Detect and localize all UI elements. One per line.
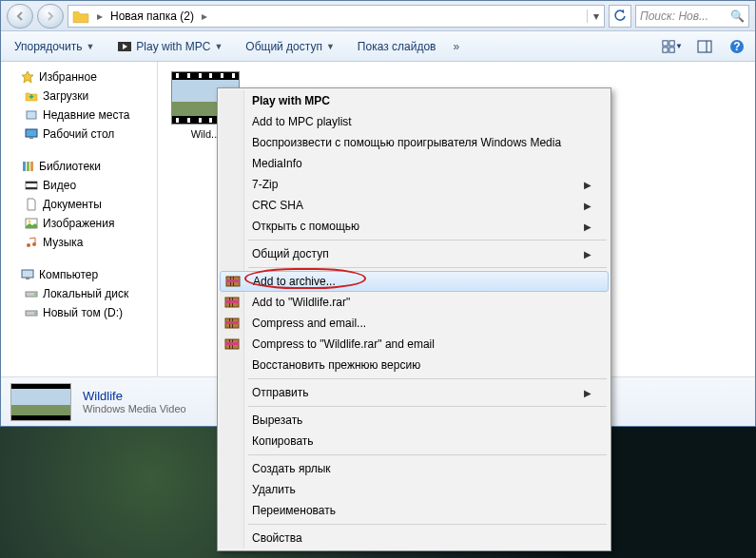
preview-pane-button[interactable] — [694, 36, 715, 57]
winrar-icon — [223, 295, 242, 310]
menu-item[interactable]: Вырезать — [220, 410, 609, 431]
menu-item[interactable]: Удалить — [220, 479, 609, 500]
breadcrumb-dropdown[interactable]: ▾ — [587, 10, 604, 23]
mpc-icon — [117, 39, 132, 54]
refresh-button[interactable] — [609, 5, 631, 28]
svg-point-25 — [34, 294, 36, 296]
menu-separator — [248, 378, 607, 379]
menu-item-label: Общий доступ — [252, 247, 329, 260]
svg-rect-35 — [225, 300, 239, 303]
svg-point-19 — [29, 221, 31, 223]
tree-item-new-volume[interactable]: Новый том (D:) — [1, 303, 157, 322]
tree-item-desktop[interactable]: Рабочий стол — [1, 125, 157, 144]
chevron-down-icon: ▼ — [86, 42, 94, 51]
search-input[interactable]: Поиск: Нов... 🔍 — [635, 5, 749, 28]
menu-item-label: 7-Zip — [252, 178, 278, 191]
svg-rect-4 — [669, 47, 674, 51]
menu-item[interactable]: Add to "Wildlife.rar" — [220, 292, 609, 313]
music-icon — [24, 235, 39, 250]
chevron-right-icon: ▸ — [93, 10, 107, 23]
menu-item[interactable]: Копировать — [220, 431, 609, 452]
share-menu[interactable]: Общий доступ▼ — [240, 36, 340, 57]
menu-item-label: Вырезать — [252, 414, 302, 427]
toolbar-overflow[interactable]: » — [453, 40, 459, 53]
play-mpc-menu[interactable]: Play with MPC▼ — [111, 35, 228, 58]
tree-item-video[interactable]: Видео — [1, 176, 157, 195]
menu-separator — [248, 454, 607, 455]
winrar-icon — [223, 316, 242, 331]
tree-item-local-disk[interactable]: Локальный диск — [1, 284, 157, 303]
menu-item[interactable]: Восстановить прежнюю версию — [220, 355, 609, 375]
menu-item[interactable]: MediaInfo — [220, 153, 609, 174]
menu-item[interactable]: Отправить▶ — [220, 382, 609, 403]
menu-item[interactable]: Создать ярлык — [220, 458, 609, 479]
tree-item-recent[interactable]: Недавние места — [1, 106, 157, 125]
tree-libraries[interactable]: Библиотеки — [1, 157, 157, 176]
menu-item[interactable]: Compress and email... — [220, 313, 609, 334]
pictures-icon — [24, 216, 39, 231]
chevron-right-icon: ▶ — [584, 180, 591, 190]
disk-icon — [24, 305, 39, 320]
refresh-icon — [613, 10, 627, 23]
tree-item-documents[interactable]: Документы — [1, 195, 157, 214]
menu-item[interactable]: Add to archive... — [220, 271, 609, 292]
search-placeholder: Поиск: Нов... — [640, 10, 708, 23]
folder-icon — [72, 8, 89, 25]
tree-computer[interactable]: Компьютер — [1, 265, 157, 284]
breadcrumb[interactable]: ▸ Новая папка (2) ▸ ▾ — [68, 5, 605, 28]
menu-item[interactable]: Compress to "Wildlife.rar" and email — [220, 334, 609, 355]
menu-separator — [248, 524, 607, 525]
svg-point-20 — [27, 243, 30, 247]
tree-favorites[interactable]: Избранное — [1, 67, 157, 87]
titlebar: ▸ Новая папка (2) ▸ ▾ Поиск: Нов... 🔍 — [1, 1, 755, 31]
menu-item[interactable]: Открыть с помощью▶ — [220, 216, 609, 237]
menu-item[interactable]: Воспроизвести с помощью проигрывателя Wi… — [220, 132, 609, 153]
documents-icon — [24, 197, 39, 212]
menu-item[interactable]: Свойства — [220, 528, 609, 548]
menu-item-label: Compress and email... — [252, 317, 366, 330]
computer-icon — [20, 267, 35, 282]
slideshow-button[interactable]: Показ слайдов — [352, 36, 442, 57]
menu-item[interactable]: Add to MPC playlist — [220, 111, 609, 132]
recent-icon — [24, 107, 39, 123]
svg-rect-12 — [23, 162, 26, 171]
menu-separator — [248, 267, 607, 268]
menu-item-label: Открыть с помощью — [252, 220, 359, 233]
svg-rect-2 — [669, 40, 674, 45]
menu-item[interactable]: CRC SHA▶ — [220, 195, 609, 216]
view-options-button[interactable]: ▼ — [662, 36, 683, 57]
arrow-right-icon — [45, 10, 56, 22]
help-button[interactable]: ? — [727, 36, 747, 57]
svg-text:?: ? — [733, 40, 740, 53]
menu-item[interactable]: Общий доступ▶ — [220, 243, 609, 264]
tree-item-music[interactable]: Музыка — [1, 233, 157, 252]
tree-item-downloads[interactable]: Загрузки — [1, 87, 157, 106]
svg-rect-9 — [27, 111, 36, 119]
svg-rect-31 — [226, 279, 240, 282]
menu-item-label: Воспроизвести с помощью проигрывателя Wi… — [252, 136, 561, 149]
chevron-right-icon: ▶ — [584, 388, 591, 398]
svg-rect-14 — [30, 162, 33, 171]
svg-rect-10 — [26, 129, 37, 137]
tree-item-pictures[interactable]: Изображения — [1, 214, 157, 233]
breadcrumb-text[interactable]: Новая папка (2) — [107, 10, 198, 23]
menu-item[interactable]: 7-Zip▶ — [220, 174, 609, 195]
pane-icon — [697, 39, 712, 54]
menu-item-label: Восстановить прежнюю версию — [252, 358, 420, 372]
star-icon — [20, 69, 35, 85]
downloads-icon — [24, 88, 39, 104]
svg-point-27 — [34, 313, 36, 315]
forward-button[interactable] — [37, 4, 64, 29]
toolbar: Упорядочить▼ Play with MPC▼ Общий доступ… — [1, 31, 755, 62]
video-icon — [24, 178, 39, 193]
back-button[interactable] — [7, 4, 33, 29]
svg-rect-22 — [22, 270, 33, 278]
help-icon: ? — [729, 39, 745, 54]
file-label: Wild... — [191, 128, 221, 140]
chevron-down-icon: ▼ — [326, 42, 335, 51]
menu-item[interactable]: Переименовать — [220, 500, 609, 521]
menu-item[interactable]: Play with MPC — [220, 90, 609, 111]
svg-rect-13 — [27, 162, 29, 171]
libraries-icon — [20, 159, 35, 174]
organize-menu[interactable]: Упорядочить▼ — [9, 36, 100, 57]
